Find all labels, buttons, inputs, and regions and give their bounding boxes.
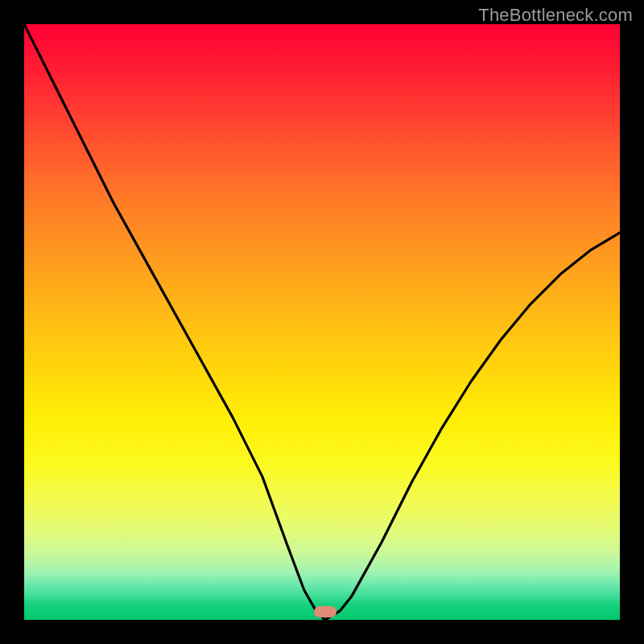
optimal-marker [314,606,336,617]
plot-area [24,24,620,620]
watermark-text: TheBottleneck.com [478,5,633,26]
bottleneck-curve [24,24,620,620]
chart-frame: TheBottleneck.com [0,0,644,644]
